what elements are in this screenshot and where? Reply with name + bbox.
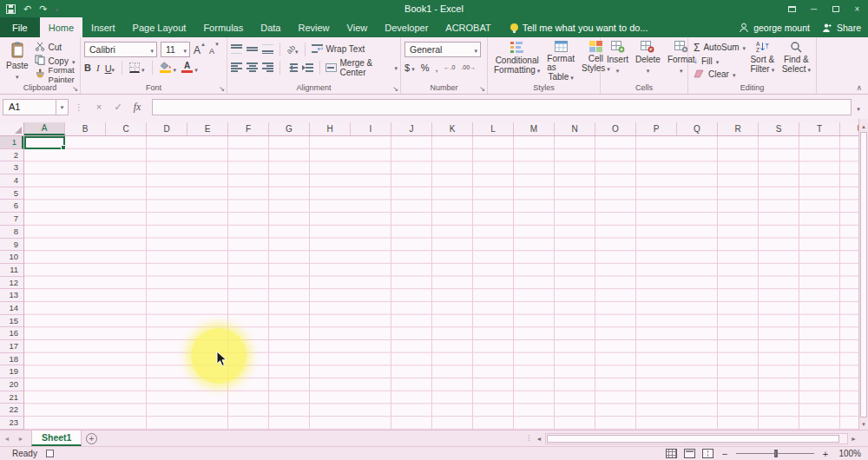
minimize-button[interactable]: ─ [803, 0, 825, 17]
row-header-22[interactable]: 22 [0, 404, 23, 417]
cut-button[interactable]: Cut [35, 41, 77, 54]
sheet-nav-next-button[interactable]: ► [14, 430, 28, 446]
row-header-5[interactable]: 5 [0, 187, 23, 200]
sheet-nav-prev-button[interactable]: ◄ [0, 430, 14, 446]
row-header-6[interactable]: 6 [0, 200, 23, 213]
view-page-layout-button[interactable] [684, 449, 695, 458]
select-all-button[interactable] [0, 122, 24, 136]
zoom-slider[interactable] [736, 450, 814, 457]
column-header-j[interactable]: J [391, 122, 432, 135]
restore-button[interactable] [825, 0, 846, 17]
record-macro-button[interactable] [46, 450, 54, 457]
column-header-b[interactable]: B [65, 122, 106, 135]
clear-button[interactable]: Clear [694, 68, 746, 81]
align-center-button[interactable] [247, 62, 258, 72]
view-normal-button[interactable] [666, 449, 677, 458]
customize-quick-access-button[interactable] [55, 4, 58, 14]
scroll-up-button[interactable]: ▲ [859, 121, 868, 132]
column-header-g[interactable]: G [269, 122, 310, 135]
clipboard-dialog-launcher[interactable] [72, 86, 78, 93]
find-select-button[interactable]: Find & Select [779, 40, 813, 82]
column-header-m[interactable]: M [514, 122, 555, 135]
tab-developer[interactable]: Developer [376, 17, 437, 37]
row-header-11[interactable]: 11 [0, 264, 23, 277]
row-header-7[interactable]: 7 [0, 213, 23, 226]
share-button[interactable]: Share [822, 23, 861, 33]
column-header-o[interactable]: O [595, 122, 636, 135]
active-cell-outline[interactable] [24, 136, 65, 149]
name-box[interactable]: A1 [3, 99, 56, 115]
row-header-23[interactable]: 23 [0, 417, 23, 430]
column-header-d[interactable]: D [147, 122, 187, 135]
collapse-ribbon-button[interactable] [856, 83, 862, 92]
font-size-select[interactable]: 11 [161, 42, 190, 57]
column-header-f[interactable]: F [228, 122, 269, 135]
row-header-13[interactable]: 13 [0, 289, 23, 302]
row-header-15[interactable]: 15 [0, 315, 23, 328]
column-header-c[interactable]: C [106, 122, 147, 135]
merge-center-button[interactable]: Merge & Center [326, 58, 398, 77]
accounting-format-button[interactable]: $ [404, 62, 415, 73]
font-color-button[interactable]: A [181, 60, 198, 76]
scroll-left-button[interactable]: ◄ [534, 436, 545, 442]
align-top-button[interactable] [231, 44, 242, 54]
row-header-12[interactable]: 12 [0, 277, 23, 290]
decrease-decimal-button[interactable]: .00→ [461, 64, 476, 70]
paste-button[interactable]: Paste [3, 40, 31, 82]
horizontal-scroll-track[interactable] [545, 433, 848, 444]
row-header-16[interactable]: 16 [0, 327, 23, 340]
sheet-tab-sheet1[interactable]: Sheet1 [31, 430, 82, 446]
increase-decimal-button[interactable]: ←.0 [444, 64, 455, 70]
delete-cells-button[interactable]: Delete [633, 40, 663, 82]
scroll-right-button[interactable]: ► [848, 436, 859, 442]
enter-button[interactable]: ✓ [108, 102, 128, 113]
row-header-4[interactable]: 4 [0, 174, 23, 187]
column-header-t[interactable]: T [799, 122, 840, 135]
cancel-button[interactable]: × [89, 102, 108, 112]
align-middle-button[interactable] [247, 44, 258, 54]
tab-view[interactable]: View [339, 17, 377, 37]
insert-cells-button[interactable]: Insert [604, 40, 631, 82]
conditional-formatting-button[interactable]: Conditional Formatting [491, 40, 542, 82]
tab-data[interactable]: Data [252, 17, 289, 37]
column-header-l[interactable]: L [473, 122, 514, 135]
align-bottom-button[interactable] [262, 44, 273, 54]
column-header-q[interactable]: Q [677, 122, 718, 135]
row-header-1[interactable]: 1 [0, 136, 23, 149]
align-left-button[interactable] [231, 62, 242, 72]
save-button[interactable] [6, 4, 16, 14]
tab-formulas[interactable]: Formulas [194, 17, 252, 37]
row-header-10[interactable]: 10 [0, 251, 23, 264]
underline-button[interactable]: U [105, 60, 115, 76]
tab-insert[interactable]: Insert [82, 17, 124, 37]
sort-filter-button[interactable]: AZ Sort & Filter [747, 40, 778, 82]
formula-input[interactable] [152, 99, 852, 115]
font-name-select[interactable]: Calibri [84, 42, 157, 57]
cells-area[interactable] [24, 136, 858, 430]
comma-style-button[interactable]: , [435, 62, 437, 73]
column-header-s[interactable]: S [759, 122, 799, 135]
redo-button[interactable]: ↷ [39, 4, 47, 14]
scroll-down-button[interactable]: ▼ [859, 418, 868, 430]
column-header-i[interactable]: I [351, 122, 391, 135]
zoom-slider-handle[interactable] [774, 450, 778, 457]
ribbon-display-options-button[interactable] [781, 0, 803, 17]
column-header-a[interactable]: A [24, 122, 65, 135]
column-header-u[interactable]: U [840, 122, 858, 135]
row-header-19[interactable]: 19 [0, 365, 23, 378]
decrease-font-size-button[interactable]: A▼ [209, 42, 220, 57]
wrap-text-button[interactable]: Wrap Text [312, 44, 365, 54]
increase-indent-button[interactable] [302, 63, 313, 72]
bold-button[interactable]: B [84, 62, 91, 73]
new-sheet-button[interactable]: + [82, 430, 101, 446]
tab-review[interactable]: Review [289, 17, 338, 37]
name-box-dropdown[interactable] [56, 99, 69, 115]
orientation-button[interactable]: ab [286, 42, 299, 57]
zoom-out-button[interactable]: − [720, 449, 729, 459]
font-dialog-launcher[interactable] [219, 86, 225, 93]
column-header-n[interactable]: N [555, 122, 595, 135]
column-header-r[interactable]: R [718, 122, 759, 135]
tab-acrobat[interactable]: ACROBAT [437, 17, 499, 37]
zoom-in-button[interactable]: + [821, 449, 830, 459]
alignment-dialog-launcher[interactable] [392, 86, 398, 93]
